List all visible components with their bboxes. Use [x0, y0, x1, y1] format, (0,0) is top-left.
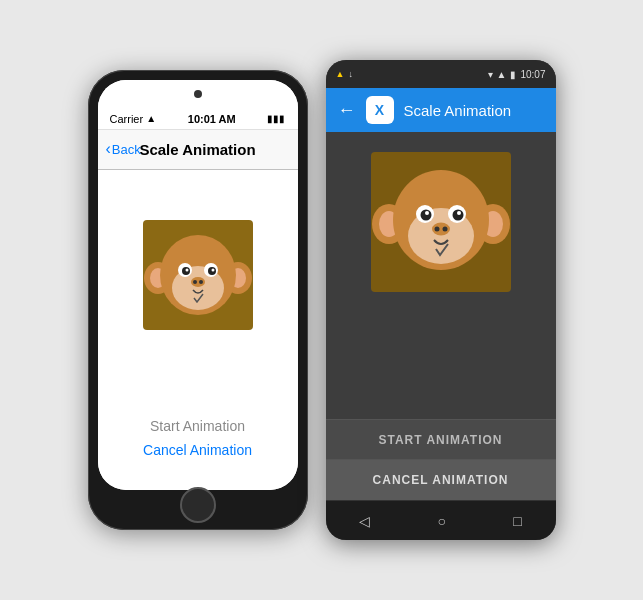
- android-content: [326, 132, 556, 419]
- android-phone: ▲ ↓ ▾ ▲ ▮ 10:07 ← X Scale Animation: [326, 60, 556, 540]
- android-wifi-icon: ▾: [488, 69, 493, 80]
- android-signal-icon: ▲: [497, 69, 507, 80]
- android-back-nav-button[interactable]: ◁: [359, 513, 370, 529]
- android-home-nav-button[interactable]: ○: [438, 513, 446, 529]
- ios-buttons-area: Start Animation Cancel Animation: [114, 330, 282, 474]
- ios-home-button[interactable]: [180, 487, 216, 523]
- ios-time: 10:01 AM: [188, 113, 236, 125]
- svg-point-27: [425, 211, 429, 215]
- ios-back-chevron-icon: ‹: [106, 140, 111, 158]
- android-monkey-image: [371, 152, 511, 292]
- svg-point-25: [420, 210, 431, 221]
- ios-carrier-label: Carrier: [110, 113, 144, 125]
- android-status-bar: ▲ ↓ ▾ ▲ ▮ 10:07: [326, 60, 556, 88]
- ios-wifi-icon: ▲: [146, 113, 156, 124]
- ios-cancel-animation-button[interactable]: Cancel Animation: [143, 442, 252, 458]
- android-buttons-area: START ANIMATION CANCEL ANIMATION: [326, 419, 556, 500]
- android-nav-title: Scale Animation: [404, 102, 512, 119]
- ios-camera-area: [98, 80, 298, 108]
- ios-status-left: Carrier ▲: [110, 113, 157, 125]
- devices-container: Carrier ▲ 10:01 AM ▮▮▮ ‹ Back Scale Anim…: [68, 40, 576, 560]
- svg-point-14: [193, 280, 197, 284]
- android-nav-buttons: ◁ ○ □: [326, 500, 556, 540]
- ios-start-animation-button[interactable]: Start Animation: [150, 418, 245, 434]
- ios-home-bar: [98, 490, 298, 520]
- ios-battery-icon: ▮▮▮: [267, 113, 285, 124]
- ios-camera: [194, 90, 202, 98]
- ios-status-bar: Carrier ▲ 10:01 AM ▮▮▮: [98, 108, 298, 130]
- ios-status-right: ▮▮▮: [267, 113, 285, 124]
- android-warning-icon: ▲: [336, 69, 345, 79]
- svg-point-11: [185, 269, 188, 272]
- android-download-icon: ↓: [348, 69, 353, 79]
- ios-back-button[interactable]: ‹ Back: [106, 141, 141, 158]
- svg-point-28: [457, 211, 461, 215]
- android-cancel-animation-button[interactable]: CANCEL ANIMATION: [326, 460, 556, 500]
- ios-screen: Carrier ▲ 10:01 AM ▮▮▮ ‹ Back Scale Anim…: [98, 80, 298, 490]
- ios-phone: Carrier ▲ 10:01 AM ▮▮▮ ‹ Back Scale Anim…: [88, 70, 308, 530]
- android-app-icon: X: [366, 96, 394, 124]
- android-battery-icon: ▮: [510, 69, 516, 80]
- ios-navbar: ‹ Back Scale Animation: [98, 130, 298, 170]
- svg-point-31: [442, 227, 447, 232]
- android-start-animation-button[interactable]: START ANIMATION: [326, 420, 556, 460]
- svg-point-12: [211, 269, 214, 272]
- android-app-icon-letter: X: [375, 102, 384, 118]
- ios-back-label: Back: [112, 142, 141, 157]
- android-navbar: ← X Scale Animation: [326, 88, 556, 132]
- android-recent-nav-button[interactable]: □: [513, 513, 521, 529]
- android-status-left: ▲ ↓: [336, 69, 353, 79]
- svg-point-15: [199, 280, 203, 284]
- svg-point-30: [434, 227, 439, 232]
- ios-nav-title: Scale Animation: [139, 141, 255, 158]
- android-time: 10:07: [520, 69, 545, 80]
- android-screen: ← X Scale Animation: [326, 88, 556, 500]
- svg-point-26: [452, 210, 463, 221]
- android-status-right: ▾ ▲ ▮ 10:07: [488, 69, 546, 80]
- ios-monkey-image: [143, 220, 253, 330]
- android-back-button[interactable]: ←: [338, 100, 356, 121]
- ios-content: Start Animation Cancel Animation: [98, 170, 298, 490]
